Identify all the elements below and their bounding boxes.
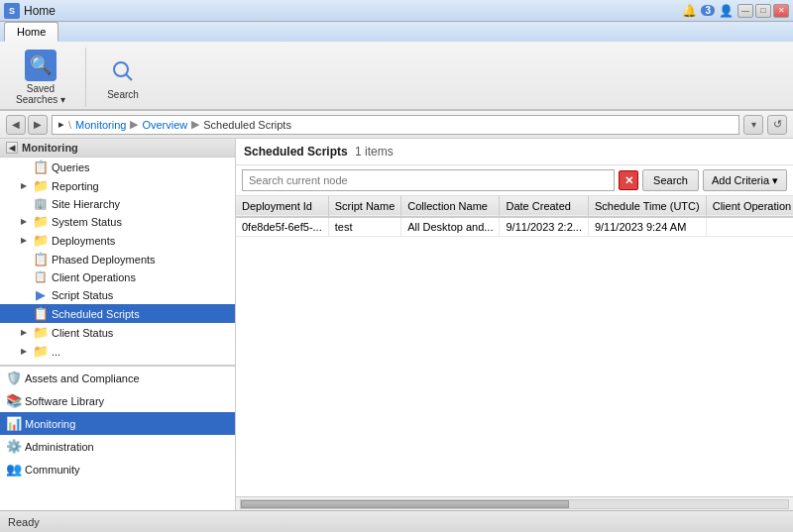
svg-line-1 — [126, 74, 132, 80]
software-icon: 📚 — [6, 393, 22, 408]
sidebar-item-client-status[interactable]: ▶ 📁 Client Status — [0, 323, 235, 342]
path-monitoring[interactable]: Monitoring — [75, 119, 126, 131]
search-input[interactable] — [242, 169, 615, 191]
sidebar: ◀ Monitoring 📋 Queries ▶ 📁 Reporting 🏢 S… — [0, 139, 236, 510]
cell-deployment-id: 0fe8de5f-6ef5-... — [236, 217, 328, 237]
criteria-dropdown-icon: ▾ — [772, 174, 778, 187]
app-icon: S — [4, 3, 20, 19]
col-script-name[interactable]: Script Name — [328, 196, 401, 217]
minimize-button[interactable]: — — [737, 4, 753, 18]
sidebar-software-library[interactable]: 📚 Software Library — [0, 389, 235, 412]
phased-label: Phased Deployments — [52, 254, 156, 266]
toggle-more: ▶ — [18, 346, 30, 358]
address-bar: ◀ ▶ ▸ \ Monitoring ▶ Overview ▶ Schedule… — [0, 111, 793, 139]
results-table: Deployment Id Script Name Collection Nam… — [236, 196, 793, 237]
cell-schedule-time: 9/11/2023 9:24 AM — [588, 217, 706, 237]
col-collection-name[interactable]: Collection Name — [401, 196, 500, 217]
sidebar-header-label: Monitoring — [22, 142, 78, 154]
close-button[interactable]: ✕ — [773, 4, 789, 18]
toggle-reporting: ▶ — [18, 180, 30, 192]
sidebar-item-scheduled-scripts[interactable]: 📋 Scheduled Scripts — [0, 304, 235, 323]
maximize-button[interactable]: □ — [755, 4, 771, 18]
monitoring-label: Monitoring — [25, 418, 75, 430]
table-row[interactable]: 0fe8de5f-6ef5-... test All Desktop and..… — [236, 217, 793, 237]
monitoring-icon: 📊 — [6, 416, 22, 431]
search-button[interactable]: Search — [98, 52, 148, 104]
sidebar-item-site-hierarchy[interactable]: 🏢 Site Hierarchy — [0, 195, 235, 212]
data-table: Deployment Id Script Name Collection Nam… — [236, 196, 793, 496]
queries-label: Queries — [52, 161, 90, 173]
user-icon: 👤 — [719, 4, 734, 18]
path-arrow-1: ▶ — [130, 118, 138, 131]
path-icon: ▸ — [58, 118, 64, 131]
system-status-label: System Status — [52, 216, 122, 228]
cell-script-name: test — [328, 217, 401, 237]
sidebar-item-script-status[interactable]: ▶ Script Status — [0, 285, 235, 304]
col-schedule-time[interactable]: Schedule Time (UTC) — [588, 196, 706, 217]
toggle-script-status — [18, 289, 30, 301]
search-clear-button[interactable]: ✕ — [619, 170, 638, 190]
client-status-label: Client Status — [52, 327, 113, 339]
sidebar-monitoring[interactable]: 📊 Monitoring — [0, 412, 235, 435]
client-ops-label: Client Operations — [52, 271, 136, 283]
horizontal-scrollbar[interactable] — [236, 496, 793, 510]
sidebar-community[interactable]: 👥 Community — [0, 458, 235, 480]
sidebar-collapse-button[interactable]: ◀ — [6, 142, 18, 154]
col-client-op-id[interactable]: Client Operation ID — [706, 196, 793, 217]
toggle-queries — [18, 161, 30, 173]
toggle-system-status: ▶ — [18, 216, 30, 228]
sidebar-item-phased-deployments[interactable]: 📋 Phased Deployments — [0, 250, 235, 268]
cell-collection-name: All Desktop and... — [401, 217, 500, 237]
tray-badge: 3 — [701, 5, 715, 16]
tab-home[interactable]: Home — [4, 22, 58, 42]
content-header: Scheduled Scripts 1 items — [236, 139, 793, 165]
nav-controls: ◀ ▶ — [6, 115, 48, 135]
sidebar-item-system-status[interactable]: ▶ 📁 System Status — [0, 212, 235, 231]
scheduled-scripts-label: Scheduled Scripts — [52, 308, 140, 320]
sidebar-assets-compliance[interactable]: 🛡️ Assets and Compliance — [0, 367, 235, 389]
admin-label: Administration — [25, 441, 94, 453]
content-count: 1 items — [355, 145, 394, 159]
sidebar-item-deployments[interactable]: ▶ 📁 Deployments — [0, 231, 235, 250]
address-path[interactable]: ▸ \ Monitoring ▶ Overview ▶ Scheduled Sc… — [52, 115, 739, 135]
saved-searches-button[interactable]: 🔍 SavedSearches ▾ — [8, 46, 73, 109]
sidebar-item-queries[interactable]: 📋 Queries — [0, 158, 235, 176]
col-deployment-id[interactable]: Deployment Id — [236, 196, 328, 217]
path-dropdown-button[interactable]: ▾ — [743, 115, 763, 135]
toggle-client-status: ▶ — [18, 327, 30, 339]
deployments-label: Deployments — [52, 235, 115, 247]
assets-icon: 🛡️ — [6, 371, 22, 385]
scrollbar-thumb[interactable] — [241, 500, 569, 508]
sidebar-header: ◀ Monitoring — [0, 139, 235, 158]
search-icon — [107, 55, 139, 87]
sidebar-administration[interactable]: ⚙️ Administration — [0, 435, 235, 458]
refresh-button[interactable]: ↺ — [767, 115, 787, 135]
toggle-scheduled — [18, 308, 30, 320]
main-area: ◀ Monitoring 📋 Queries ▶ 📁 Reporting 🏢 S… — [0, 139, 793, 510]
nav-back-button[interactable]: ◀ — [6, 115, 26, 135]
script-status-icon: ▶ — [33, 287, 49, 302]
queries-icon: 📋 — [33, 160, 49, 174]
scrollbar-track[interactable] — [240, 499, 789, 509]
nav-forward-button[interactable]: ▶ — [28, 115, 48, 135]
col-date-created[interactable]: Date Created — [500, 196, 588, 217]
title-bar: S Home 🔔 3 👤 — □ ✕ — [0, 0, 793, 22]
client-status-icon: 📁 — [33, 325, 49, 340]
table-header-row: Deployment Id Script Name Collection Nam… — [236, 196, 793, 217]
path-overview[interactable]: Overview — [142, 119, 187, 131]
search-execute-button[interactable]: Search — [642, 169, 699, 191]
toggle-deployments: ▶ — [18, 235, 30, 247]
ribbon: Home 🔍 SavedSearches ▾ Search — [0, 22, 793, 111]
site-hierarchy-label: Site Hierarchy — [52, 198, 120, 210]
path-arrow-2: ▶ — [191, 118, 199, 131]
sidebar-item-more[interactable]: ▶ 📁 ... — [0, 342, 235, 361]
search-label: Search — [107, 89, 139, 100]
add-criteria-button[interactable]: Add Criteria ▾ — [703, 169, 787, 191]
content-panel: Scheduled Scripts 1 items ✕ Search Add C… — [236, 139, 793, 510]
reporting-icon: 📁 — [33, 178, 49, 193]
system-tray: 🔔 3 👤 — [682, 4, 734, 18]
sidebar-item-client-operations[interactable]: 📋 Client Operations — [0, 268, 235, 285]
sidebar-item-reporting[interactable]: ▶ 📁 Reporting — [0, 176, 235, 195]
saved-searches-label: SavedSearches ▾ — [16, 83, 65, 105]
scheduled-scripts-icon: 📋 — [33, 306, 49, 321]
